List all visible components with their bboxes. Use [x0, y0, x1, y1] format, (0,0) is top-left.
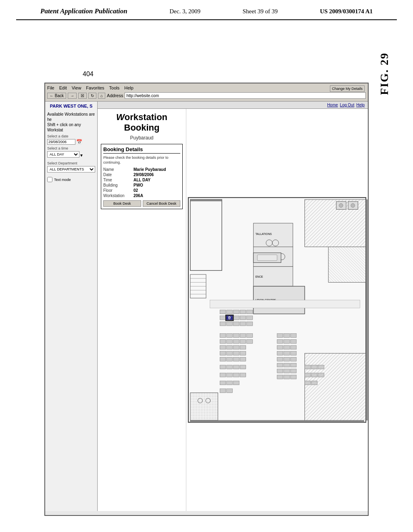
svg-rect-7	[305, 353, 366, 422]
svg-rect-78	[227, 365, 233, 369]
header-date: Dec. 3, 2009	[169, 8, 200, 15]
svg-rect-58	[290, 339, 296, 343]
svg-rect-95	[318, 373, 324, 377]
svg-rect-63	[284, 351, 290, 355]
svg-rect-17	[227, 310, 233, 314]
refresh-button[interactable]: ↻	[88, 93, 96, 99]
booking-content: Workstation Workstation BookingBooking P…	[98, 109, 368, 511]
svg-rect-32	[227, 334, 233, 338]
detail-value-date: 29/08/2006	[133, 172, 154, 177]
home-button[interactable]: ⌂	[98, 93, 105, 99]
svg-rect-50	[227, 357, 233, 361]
detail-row-floor: Floor 02	[103, 188, 180, 193]
figure-label: FIG. 29	[378, 52, 391, 95]
booking-subtitle: Puybaraud	[101, 135, 183, 141]
browser-body: PARK WEST ONE, S Available Workstations …	[45, 102, 368, 511]
svg-text:ENCE: ENCE	[255, 275, 263, 278]
sidebar-title: PARK WEST ONE, S	[47, 104, 95, 108]
help-link[interactable]: Help	[356, 103, 365, 107]
time-select[interactable]: ALL DAY	[47, 151, 79, 158]
detail-row-name: Name Marie Puybaraud	[103, 167, 180, 172]
svg-text:TALLATIONS: TALLATIONS	[255, 233, 272, 235]
stop-button[interactable]: ☒	[78, 93, 87, 99]
detail-row-workstation: Workstation 206A	[103, 193, 180, 198]
svg-rect-83	[233, 373, 239, 377]
svg-rect-31	[220, 334, 226, 338]
svg-rect-71	[277, 369, 283, 373]
back-button[interactable]: ← Back	[47, 93, 66, 99]
sidebar: PARK WEST ONE, S Available Workstations …	[45, 102, 98, 511]
svg-rect-60	[284, 345, 290, 349]
svg-rect-76	[290, 375, 296, 379]
menu-view[interactable]: View	[72, 85, 81, 90]
logout-link[interactable]: Log Out	[340, 103, 355, 107]
svg-rect-25	[247, 316, 253, 320]
svg-rect-43	[233, 345, 239, 349]
svg-rect-86	[227, 381, 233, 385]
svg-rect-80	[240, 365, 246, 369]
svg-rect-91	[311, 365, 317, 369]
menu-file[interactable]: File	[47, 85, 54, 90]
svg-rect-45	[220, 351, 226, 355]
menu-edit[interactable]: Edit	[59, 85, 67, 90]
svg-rect-88	[220, 389, 226, 393]
svg-rect-52	[240, 357, 246, 361]
cancel-book-button[interactable]: Cancel Book Desk	[143, 200, 181, 207]
svg-rect-75	[284, 375, 290, 379]
detail-label-workstation: Workstation	[103, 193, 133, 198]
svg-rect-84	[240, 373, 246, 377]
booking-details-box: Booking Details Please check the booking…	[101, 144, 183, 209]
menu-favorites[interactable]: Favorites	[86, 85, 104, 90]
menu-tools[interactable]: Tools	[109, 85, 120, 90]
svg-rect-48	[240, 351, 246, 355]
time-field: ALL DAY ▼	[47, 151, 95, 160]
svg-rect-30	[247, 322, 253, 326]
svg-rect-77	[220, 365, 226, 369]
menu-help[interactable]: Help	[124, 85, 133, 90]
svg-rect-87	[233, 381, 239, 385]
address-input[interactable]	[125, 92, 366, 99]
detail-label-floor: Floor	[103, 188, 133, 193]
detail-label-building: Building	[103, 183, 133, 187]
svg-rect-47	[233, 351, 239, 355]
svg-rect-35	[247, 334, 253, 338]
detail-value-workstation: 206A	[133, 193, 143, 198]
text-mode-label: Text mode	[54, 178, 71, 182]
svg-rect-70	[290, 363, 296, 367]
svg-rect-41	[220, 345, 226, 349]
detail-row-time: Time ALL DAY	[103, 178, 180, 182]
svg-rect-59	[277, 345, 283, 349]
svg-rect-93	[305, 373, 311, 377]
header-patent: US 2009/0300174 A1	[320, 8, 373, 15]
page-header: Patent Application Publication Dec. 3, 2…	[16, 0, 397, 20]
header-sheet: Sheet 39 of 39	[242, 8, 277, 15]
svg-rect-72	[284, 369, 290, 373]
svg-rect-6	[328, 247, 366, 282]
svg-rect-23	[233, 316, 239, 320]
text-mode-checkbox[interactable]	[47, 177, 52, 182]
svg-rect-97	[311, 381, 317, 385]
svg-rect-92	[318, 365, 324, 369]
home-link[interactable]: Home	[327, 103, 338, 107]
book-desk-button[interactable]: Book Desk	[103, 200, 141, 207]
label-404: 404	[83, 71, 94, 78]
svg-rect-66	[284, 357, 290, 361]
svg-text:206A: 206A	[227, 317, 233, 319]
svg-rect-36	[220, 339, 226, 343]
forward-button[interactable]: →	[68, 93, 77, 99]
detail-label-name: Name	[103, 167, 133, 172]
browser-window: File Edit View Favorites Tools Help ← Ba…	[44, 83, 369, 516]
svg-rect-90	[305, 365, 311, 369]
date-input[interactable]	[47, 139, 75, 145]
svg-rect-40	[247, 339, 253, 343]
svg-rect-113	[210, 300, 360, 308]
svg-rect-21	[220, 316, 226, 320]
booking-details-title: Booking Details	[103, 146, 180, 154]
svg-rect-79	[233, 365, 239, 369]
dept-select[interactable]: ALL DEPARTMENTS	[47, 166, 95, 172]
svg-rect-28	[233, 322, 239, 326]
svg-rect-94	[311, 373, 317, 377]
calendar-icon[interactable]: 📅	[76, 139, 82, 145]
sidebar-description: Available Workstations are he Shift + cl…	[47, 112, 95, 133]
svg-rect-54	[284, 334, 290, 338]
